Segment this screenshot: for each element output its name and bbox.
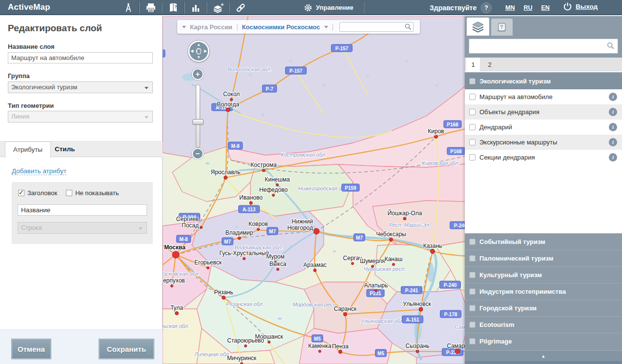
layer-row[interactable]: Секции дендрарияi <box>465 150 622 165</box>
lang-ru[interactable]: RU <box>523 4 532 11</box>
power-icon <box>562 1 573 12</box>
svg-text:М5: М5 <box>377 351 384 356</box>
add-layer-icon[interactable]: + <box>207 0 229 15</box>
group-name: Событийный туризм <box>479 238 545 245</box>
layer-group-header[interactable]: Экологический туризм <box>465 73 622 89</box>
save-button[interactable]: Сохранить <box>99 339 154 359</box>
attribute-name-input[interactable] <box>18 204 147 216</box>
header-checkbox[interactable] <box>18 190 24 196</box>
tab-layers[interactable] <box>467 18 489 36</box>
layer-name-input[interactable] <box>8 52 153 63</box>
hide-checkbox[interactable] <box>66 190 72 196</box>
svg-text:Р-7: Р-7 <box>266 86 273 92</box>
hide-checkbox-label: Не показывать <box>75 189 119 197</box>
add-attribute-link[interactable]: Добавить атрибут <box>12 167 66 175</box>
layer-checkbox[interactable] <box>469 109 476 115</box>
group-checkbox[interactable] <box>469 78 476 84</box>
svg-text:Р159: Р159 <box>345 185 356 191</box>
chart-icon[interactable] <box>185 0 207 15</box>
layer-info-icon[interactable]: i <box>609 138 617 146</box>
layer-group-header[interactable]: Городской туризм <box>465 300 622 316</box>
layers-icon <box>472 21 484 33</box>
pan-left-icon[interactable]: ◀ <box>190 49 193 53</box>
layer-row[interactable]: Дендрарийi <box>465 120 622 135</box>
help-badge[interactable]: ? <box>481 2 492 13</box>
lang-en[interactable]: EN <box>541 4 550 11</box>
region-label: Тульская обл. <box>163 323 189 329</box>
layer-group-header[interactable]: Ecotourism <box>465 316 622 333</box>
svg-text:Вологда: Вологда <box>217 101 239 108</box>
lang-mn[interactable]: MN <box>505 4 515 11</box>
region-label: Ульяновская обл. <box>360 318 404 324</box>
zoom-in-button[interactable]: + <box>192 68 204 80</box>
tab-attributes[interactable]: Атрибуты <box>5 142 51 158</box>
layer-group-header[interactable]: Индустрия гостеприимства <box>465 283 622 300</box>
map-pan-control[interactable]: ▲ ▼ ◀ ▶ <box>188 40 209 62</box>
active-layer-dropdown-icon[interactable] <box>324 26 328 30</box>
layer-name: Маршрут на автомобиле <box>479 93 553 101</box>
cancel-button[interactable]: Отмена <box>12 339 51 359</box>
zoom-slider-handle[interactable] <box>192 119 204 125</box>
layer-group-header[interactable]: Pilgrimage <box>465 333 622 349</box>
group-checkbox[interactable] <box>469 288 476 295</box>
road-badge: Р-178 <box>440 310 461 318</box>
group-checkbox[interactable] <box>469 255 476 262</box>
layer-group-header[interactable]: Событийный туризм <box>465 233 622 250</box>
pan-right-icon[interactable]: ▶ <box>204 49 207 53</box>
search-icon[interactable] <box>607 42 615 50</box>
pan-down-icon[interactable]: ▼ <box>197 56 201 60</box>
svg-text:Староюрьево: Староюрьево <box>227 337 264 344</box>
scroll-up-button[interactable]: ▲ <box>465 350 622 361</box>
layer-row[interactable]: Объекты дендрарияi <box>465 104 622 120</box>
page-1[interactable]: 1 <box>466 58 480 72</box>
tab-style[interactable]: Стиль <box>47 142 83 158</box>
svg-text:?: ? <box>500 24 503 30</box>
panel-footer: Отмена Сохранить <box>0 329 163 364</box>
management-menu[interactable]: Управление <box>304 0 353 15</box>
layer-checkbox[interactable] <box>469 94 476 100</box>
layer-info-icon[interactable]: i <box>609 93 617 101</box>
group-select[interactable]: Экологический туризм <box>8 81 153 93</box>
group-checkbox[interactable] <box>469 272 476 278</box>
base-layer-selector[interactable]: Карта России <box>190 23 232 31</box>
map-search-input[interactable] <box>339 22 414 32</box>
logout-button[interactable]: Выход <box>562 1 598 12</box>
layer-info-icon[interactable]: i <box>609 153 617 162</box>
report-icon[interactable]: ? <box>162 0 184 15</box>
layer-group-header[interactable]: Паломнический туризм <box>465 250 622 266</box>
layers-search-input[interactable] <box>469 39 618 54</box>
region-label: Мордовская респ. <box>292 302 337 307</box>
svg-text:М5: М5 <box>314 336 321 342</box>
link-icon[interactable] <box>229 0 251 15</box>
svg-text:Иваново: Иваново <box>239 194 263 201</box>
group-checkbox[interactable] <box>469 239 476 245</box>
layer-info-icon[interactable]: i <box>609 123 617 131</box>
print-icon[interactable] <box>140 0 162 15</box>
pan-up-icon[interactable]: ▲ <box>197 43 201 47</box>
layer-checkbox[interactable] <box>469 139 476 145</box>
measure-icon[interactable] <box>117 0 139 15</box>
layer-checkbox[interactable] <box>469 154 476 161</box>
layer-group-header[interactable]: Культурный туризм <box>465 266 622 283</box>
svg-text:Ярославль: Ярославль <box>210 169 240 176</box>
active-layer-selector[interactable]: Космоснимки Роскосмос <box>242 23 320 31</box>
zoom-out-button[interactable]: − <box>192 148 204 160</box>
group-checkbox[interactable] <box>469 322 476 328</box>
group-checkbox[interactable] <box>469 305 476 311</box>
region-label: Вологодская обл. <box>228 66 271 72</box>
layer-checkbox[interactable] <box>469 124 476 130</box>
search-icon[interactable] <box>405 23 412 30</box>
group-checkbox[interactable] <box>469 338 476 344</box>
road-badge: Р-240 <box>440 281 461 288</box>
zoom-slider-track[interactable] <box>196 84 200 148</box>
layer-row[interactable]: Экскурсионные маршрутыi <box>465 135 622 150</box>
layer-info-icon[interactable]: i <box>609 108 617 116</box>
base-layer-dropdown-icon[interactable] <box>182 26 186 30</box>
page-2[interactable]: 2 <box>485 58 495 72</box>
layer-row[interactable]: Маршрут на автомобилеi <box>465 89 622 104</box>
region-label: Кировская обл. <box>422 160 459 166</box>
svg-text:М7: М7 <box>269 229 276 234</box>
layer-name: Экскурсионные маршруты <box>479 139 557 146</box>
tab-legend[interactable]: ? <box>491 19 513 36</box>
group-name: Pilgrimage <box>479 338 512 345</box>
